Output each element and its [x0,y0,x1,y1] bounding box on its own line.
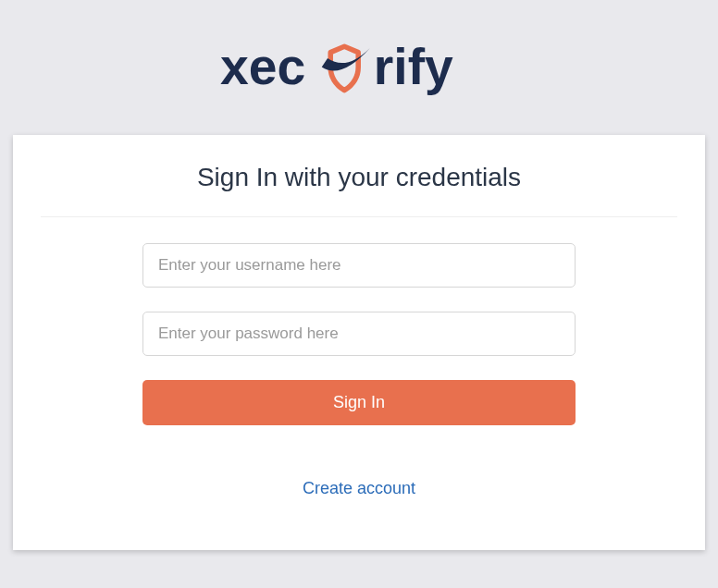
page-title: Sign In with your credentials [31,163,687,192]
create-account-link[interactable]: Create account [303,479,415,497]
signin-button[interactable]: Sign In [142,380,576,425]
link-container: Create account [142,444,576,513]
brand-logo: xec rify [220,35,498,105]
svg-text:xec: xec [220,38,305,95]
username-field[interactable] [142,243,576,288]
card-header: Sign In with your credentials [13,135,705,216]
logo-container: xec rify [0,0,718,135]
password-field[interactable] [142,312,576,356]
signin-form: Sign In Create account [13,217,705,550]
svg-text:rify: rify [374,38,453,95]
signin-card: Sign In with your credentials Sign In Cr… [13,135,705,550]
